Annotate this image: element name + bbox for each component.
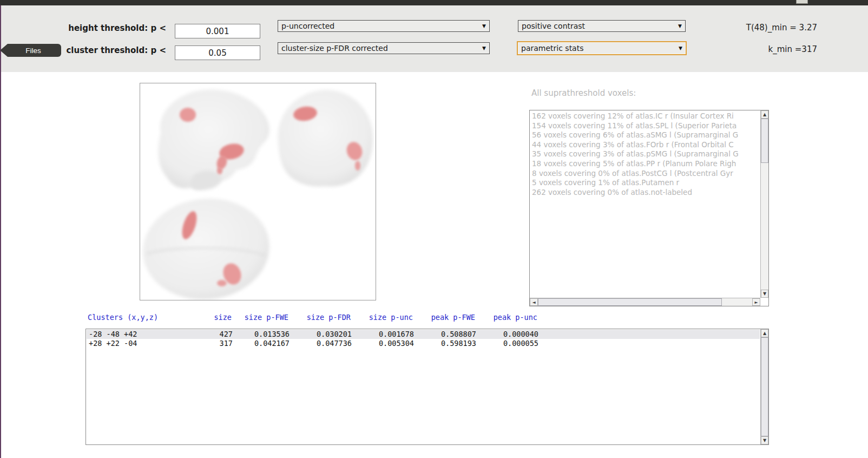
voxel-list-item[interactable]: 35 voxels covering 3% of atlas.pSMG l (S…	[531, 149, 760, 159]
cluster-threshold-label: cluster threshold: p <	[52, 45, 166, 55]
cluster-peak-pfwe: 0.598193	[419, 339, 482, 348]
contrast-direction-value: positive contrast	[522, 22, 585, 30]
clusters-vertical-scrollbar[interactable]: ▲ ▼	[760, 329, 768, 444]
toolbar-background	[0, 5, 868, 72]
t-min-readout: T(48)_min = 3.27	[731, 23, 817, 32]
cluster-threshold-input[interactable]	[175, 45, 260, 60]
voxels-vertical-scrollbar[interactable]: ▲ ▼	[760, 110, 768, 298]
voxel-list-item[interactable]: 18 voxels covering 5% of atlas.PP r (Pla…	[531, 159, 760, 169]
voxels-list-title: All suprathreshold voxels:	[531, 88, 636, 98]
cluster-row-selected[interactable]: -28 -48 +42 427 0.013536 0.030201 0.0016…	[87, 330, 760, 339]
height-threshold-type-value: p-uncorrected	[281, 22, 334, 30]
scroll-right-icon[interactable]: ►	[752, 298, 760, 306]
chevron-down-icon: ▼	[482, 45, 486, 51]
col-header-size-pfwe: size p-FWE	[237, 313, 294, 322]
k-min-readout: k_min =317	[731, 44, 817, 54]
chevron-down-icon: ▼	[678, 23, 682, 29]
height-threshold-type-dropdown[interactable]: p-uncorrected ▼	[278, 20, 490, 32]
voxel-list-item[interactable]: 154 voxels covering 11% of atlas.SPL l (…	[531, 121, 760, 131]
voxel-list-item[interactable]: 8 voxels covering 0% of atlas.PostCG l (…	[531, 169, 760, 179]
glass-brain-renders	[140, 83, 376, 300]
scroll-left-icon[interactable]: ◄	[530, 298, 538, 306]
voxel-list-item[interactable]: 5 voxels covering 1% of atlas.Putamen r	[531, 178, 760, 188]
height-threshold-label: height threshold: p <	[52, 23, 166, 33]
voxels-listbox[interactable]: 162 voxels covering 12% of atlas.IC r (I…	[529, 110, 769, 306]
chevron-down-icon: ▼	[679, 45, 682, 51]
brain-sagittal-view	[159, 90, 269, 191]
cluster-coords: -28 -48 +42	[87, 330, 208, 339]
cluster-row[interactable]: +28 +22 -04 317 0.042167 0.047736 0.0053…	[87, 339, 760, 348]
glass-brain-panel	[140, 83, 376, 300]
clusters-table-header: Clusters (x,y,z) size size p-FWE size p-…	[86, 313, 761, 322]
clusters-table[interactable]: -28 -48 +42 427 0.013536 0.030201 0.0016…	[86, 329, 769, 445]
window-top-bar	[0, 0, 868, 5]
scroll-up-icon[interactable]: ▲	[761, 329, 768, 337]
voxels-vscroll-thumb[interactable]	[761, 119, 768, 163]
col-header-size-punc: size p-unc	[356, 313, 418, 322]
voxels-horizontal-scrollbar[interactable]: ◄ ►	[530, 298, 760, 306]
col-header-clusters: Clusters (x,y,z)	[86, 313, 207, 322]
col-header-size: size	[207, 313, 237, 322]
cluster-threshold-type-value: cluster-size p-FDR corrected	[281, 44, 388, 53]
stats-type-value: parametric stats	[521, 44, 583, 53]
cluster-size-punc: 0.001678	[357, 330, 419, 339]
cluster-size-pfwe: 0.013536	[238, 330, 295, 339]
cluster-peak-pfwe: 0.508807	[419, 330, 482, 339]
cluster-size-pfwe: 0.042167	[238, 339, 295, 348]
cluster-peak-punc: 0.000040	[482, 330, 544, 339]
scroll-down-icon[interactable]: ▼	[761, 436, 768, 444]
cluster-coords: +28 +22 -04	[87, 339, 208, 348]
col-header-size-pfdr: size p-FDR	[294, 313, 356, 322]
voxel-list-item[interactable]: 262 voxels covering 0% of atlas.not-labe…	[531, 188, 760, 198]
contrast-direction-dropdown[interactable]: positive contrast ▼	[518, 20, 686, 32]
clusters-vscroll-thumb[interactable]	[761, 337, 768, 436]
chevron-down-icon: ▼	[482, 23, 486, 29]
scroll-down-icon[interactable]: ▼	[761, 290, 768, 298]
brain-coronal-view	[278, 90, 373, 187]
cluster-size-pfdr: 0.047736	[295, 339, 357, 348]
cluster-size: 317	[208, 339, 238, 348]
cluster-size-pfdr: 0.030201	[295, 330, 357, 339]
height-threshold-input[interactable]	[175, 24, 260, 38]
cluster-size-punc: 0.005304	[357, 339, 419, 348]
voxel-list-item[interactable]: 56 voxels covering 6% of atlas.aSMG l (S…	[531, 130, 760, 140]
scroll-up-icon[interactable]: ▲	[761, 110, 768, 119]
cluster-threshold-type-dropdown[interactable]: cluster-size p-FDR corrected ▼	[278, 42, 490, 54]
brain-axial-view	[140, 192, 274, 300]
col-header-peak-pfwe: peak p-FWE	[418, 313, 481, 322]
stats-type-dropdown[interactable]: parametric stats ▼	[517, 41, 687, 55]
window-left-edge	[0, 5, 1, 458]
cluster-peak-punc: 0.000055	[482, 339, 544, 348]
voxels-hscroll-thumb[interactable]	[538, 298, 722, 306]
window-top-handle[interactable]	[796, 0, 808, 4]
voxel-list-item[interactable]: 44 voxels covering 3% of atlas.FOrb r (F…	[531, 140, 760, 150]
files-tab-label: Files	[25, 47, 41, 55]
voxel-list-item[interactable]: 162 voxels covering 12% of atlas.IC r (I…	[531, 112, 760, 121]
cluster-size: 427	[208, 330, 238, 339]
col-header-peak-punc: peak p-unc	[481, 313, 543, 322]
